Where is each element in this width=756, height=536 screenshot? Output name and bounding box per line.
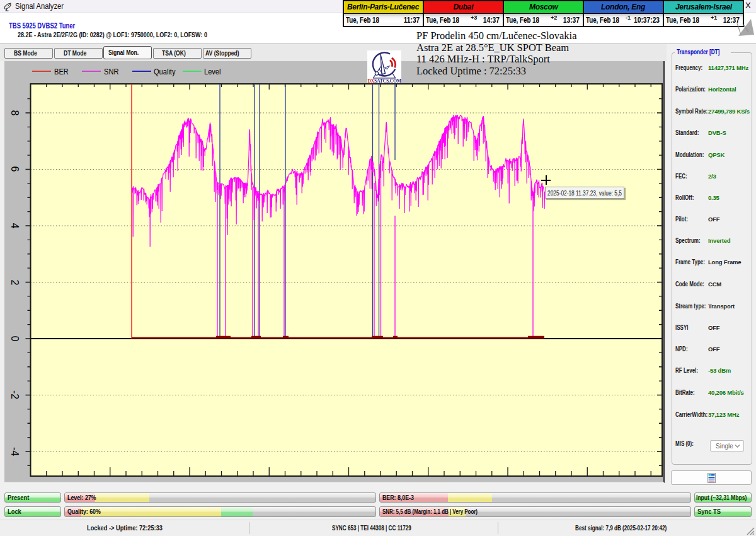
svg-text:DXSATCS.COM: DXSATCS.COM <box>367 78 401 83</box>
